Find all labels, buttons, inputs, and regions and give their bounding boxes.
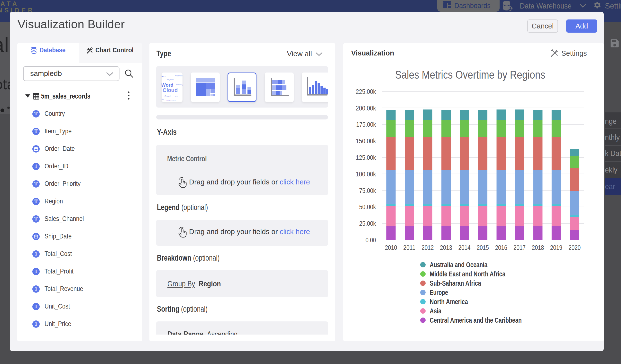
- svg-text:175.00k: 175.00k: [356, 121, 376, 128]
- svg-text:Asia: Asia: [430, 307, 442, 315]
- svg-text:150.00k: 150.00k: [356, 137, 376, 145]
- svg-text:Australia and Oceania: Australia and Oceania: [430, 261, 488, 269]
- svg-text:2011: 2011: [403, 244, 415, 251]
- svg-text:Europe: Europe: [430, 289, 448, 296]
- svg-text:2013: 2013: [440, 244, 452, 251]
- svg-text:2014: 2014: [458, 244, 471, 251]
- svg-text:125.00k: 125.00k: [356, 154, 376, 161]
- svg-text:Middle East and North Africa: Middle East and North Africa: [430, 270, 506, 278]
- svg-text:2020: 2020: [569, 244, 581, 251]
- svg-text:2016: 2016: [495, 244, 507, 251]
- svg-text:50.00k: 50.00k: [359, 203, 376, 211]
- svg-text:2019: 2019: [550, 244, 562, 251]
- svg-text:Sub-Saharan Africa: Sub-Saharan Africa: [430, 279, 481, 287]
- svg-text:2017: 2017: [514, 244, 526, 251]
- svg-text:2015: 2015: [477, 244, 489, 251]
- svg-text:200.00k: 200.00k: [356, 104, 376, 112]
- svg-text:25.00k: 25.00k: [359, 220, 376, 227]
- svg-text:225.00k: 225.00k: [356, 88, 376, 95]
- svg-text:2018: 2018: [532, 244, 544, 251]
- svg-text:North America: North America: [430, 298, 468, 306]
- svg-text:Central America and the Caribb: Central America and the Caribbean: [430, 316, 522, 324]
- svg-text:Sales Metrics Overtime by Regi: Sales Metrics Overtime by Regions: [395, 68, 545, 81]
- svg-text:2012: 2012: [422, 244, 434, 251]
- svg-text:2010: 2010: [385, 244, 397, 251]
- svg-text:75.00k: 75.00k: [359, 187, 376, 194]
- svg-text:0.00: 0.00: [365, 236, 376, 244]
- svg-text:100.00k: 100.00k: [356, 170, 376, 178]
